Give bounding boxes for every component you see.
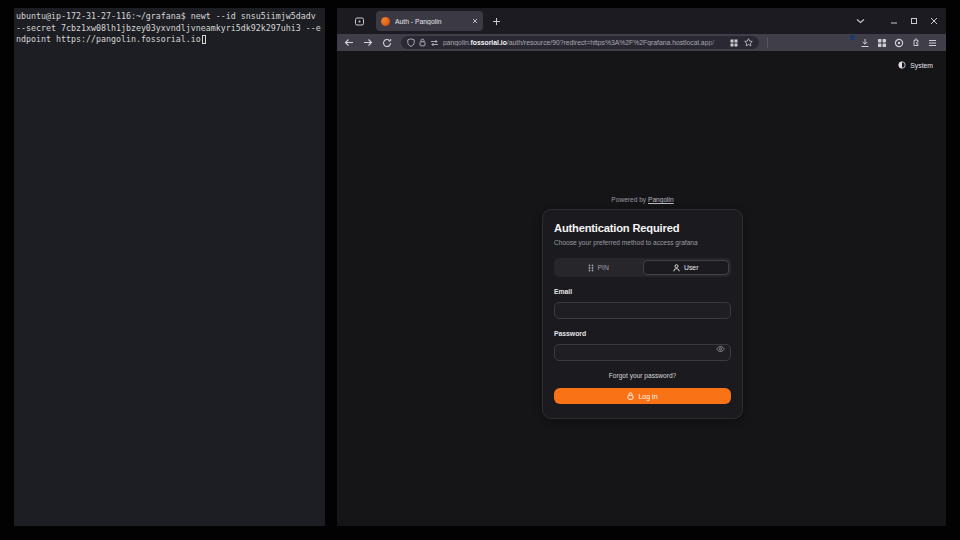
theme-moon-icon [898,61,906,69]
url-fade [706,39,726,46]
tab-user-label: User [684,264,698,271]
pin-dots-icon [588,264,594,272]
pangolin-favicon-icon [381,17,390,26]
powered-by: Powered by Pangolin [542,196,743,203]
page-content: System Powered by Pangolin Authenticatio… [337,51,946,526]
pangolin-link[interactable]: Pangolin [648,196,674,203]
terminal-line: --secret 7cbz1xw08lh1jbzey03yxvndljvneam… [16,23,323,35]
password-input-wrap [554,341,731,361]
desktop: { "terminal": { "lines": [ "ubuntu@ip-17… [0,0,960,540]
email-field[interactable] [554,302,731,319]
urlbar-grid-icon[interactable] [730,39,738,47]
circle-addon-icon[interactable] [894,38,904,48]
auth-method-tabs: PIN User [554,258,731,277]
forward-icon[interactable] [363,38,373,47]
eye-icon[interactable] [716,345,725,353]
ublock-badge [850,35,855,40]
email-label: Email [554,288,731,295]
theme-label: System [910,62,933,69]
extensions-grid-icon[interactable] [877,38,887,48]
url-bar[interactable]: pangolin.fossorial.io/auth/resource/90?r… [401,36,759,49]
browser-tab-auth-pangolin[interactable]: Auth - Pangolin [376,11,483,31]
auth-card: Authentication Required Choose your pref… [542,209,743,419]
window-controls [887,14,941,28]
urlbar-right-icons [730,38,753,47]
terminal-line: ubuntu@ip-172-31-27-116:~/grafana$ newt … [16,11,323,23]
terminal-window[interactable]: ubuntu@ip-172-31-27-116:~/grafana$ newt … [14,8,325,526]
download-icon[interactable] [860,38,870,48]
user-icon [673,264,680,272]
powered-by-text: Powered by [611,196,646,203]
tab-title: Auth - Pangolin [395,18,467,25]
forgot-password-link[interactable]: Forgot your password? [554,372,731,379]
ublock-icon[interactable] [842,37,853,48]
terminal-line: ndpoint https://pangolin.fossorial.io [16,34,323,46]
tab-pin[interactable]: PIN [556,260,641,275]
new-tab-icon[interactable] [492,17,501,26]
menu-icon[interactable] [928,39,937,47]
back-icon[interactable] [344,38,354,47]
email-input-wrap [554,299,731,319]
tab-user[interactable]: User [643,260,730,275]
theme-selector[interactable]: System [898,61,933,69]
minimize-icon[interactable] [887,14,901,28]
maximize-icon[interactable] [907,14,921,28]
lock-icon[interactable] [419,38,426,47]
bookmark-star-icon[interactable] [744,38,753,47]
url-text: pangolin.fossorial.io/auth/resource/90?r… [443,39,726,46]
login-lock-icon [627,392,634,400]
browser-toolbar: pangolin.fossorial.io/auth/resource/90?r… [337,34,946,51]
tab-close-icon[interactable] [472,18,478,24]
login-button-label: Log in [638,393,657,400]
card-subtitle: Choose your preferred method to access g… [554,239,731,246]
password-label: Password [554,330,731,337]
browser-window: Auth - Pangolin [337,8,946,526]
permissions-swap-icon[interactable] [430,39,439,47]
login-button[interactable]: Log in [554,388,731,404]
terminal-line-text: ndpoint https://pangolin.fossorial.io [16,34,201,44]
tracking-shield-icon[interactable] [407,38,415,47]
close-window-icon[interactable] [927,14,941,28]
reload-icon[interactable] [382,38,392,48]
browser-tab-bar: Auth - Pangolin [337,8,946,34]
toolbar-right-icons [842,37,937,48]
terminal-cursor [202,35,207,44]
puzzle-addon-icon[interactable] [911,38,921,48]
tab-pin-label: PIN [598,264,609,271]
toolbar-separator [767,37,768,48]
auth-section: Powered by Pangolin Authentication Requi… [542,196,743,419]
list-all-tabs-chevron-icon[interactable] [856,18,865,24]
password-field[interactable] [554,344,731,361]
card-title: Authentication Required [554,222,731,234]
firefox-view-icon[interactable] [354,16,365,27]
